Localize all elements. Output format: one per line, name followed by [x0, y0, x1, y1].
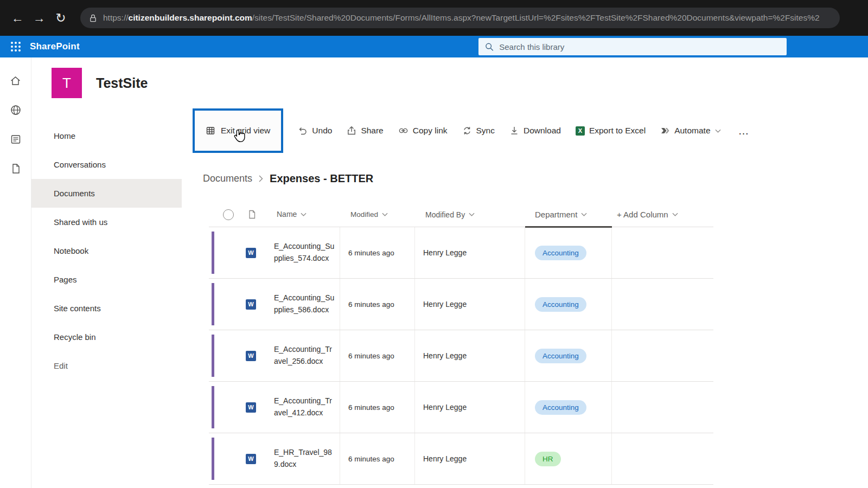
- column-header-name[interactable]: Name: [269, 202, 340, 227]
- download-icon: [509, 126, 519, 136]
- chevron-down-icon: [581, 213, 587, 216]
- file-name-cell[interactable]: E_Accounting_Travel_256.docx: [269, 330, 340, 381]
- automate-button[interactable]: Automate: [660, 126, 720, 136]
- department-pill[interactable]: Accounting: [535, 246, 586, 260]
- file-name-cell[interactable]: E_Accounting_Travel_412.docx: [269, 382, 340, 433]
- department-pill[interactable]: HR: [535, 452, 561, 466]
- download-label: Download: [524, 126, 561, 136]
- file-name-cell[interactable]: E_Accounting_Supplies_586.docx: [269, 279, 340, 330]
- forward-icon[interactable]: →: [28, 12, 50, 24]
- department-pill[interactable]: Accounting: [535, 349, 586, 363]
- sharepoint-brand[interactable]: SharePoint: [30, 41, 80, 52]
- chevron-down-icon: [715, 129, 721, 133]
- overflow-menu-button[interactable]: …: [738, 125, 750, 137]
- column-header-modified-by[interactable]: Modified By: [415, 202, 525, 227]
- row-edit-bar-cell: [209, 433, 216, 484]
- edit-indicator-bar: [212, 232, 214, 274]
- modified-by-cell: Henry Legge: [415, 227, 525, 278]
- sidebar-item-recycle-bin[interactable]: Recycle bin: [31, 323, 182, 351]
- file-type-cell: W: [216, 330, 269, 381]
- chevron-down-icon: [382, 213, 388, 216]
- chevron-down-icon: [301, 213, 307, 216]
- back-icon[interactable]: ←: [7, 12, 28, 24]
- file-name-cell[interactable]: E_Accounting_Supplies_574.docx: [269, 227, 340, 278]
- address-bar[interactable]: https://citizenbuilders.sharepoint.com/s…: [80, 8, 840, 28]
- table-row[interactable]: W E_Accounting_Supplies_574.docx 6 minut…: [209, 227, 713, 279]
- search-box[interactable]: [478, 38, 787, 55]
- column-header-department[interactable]: Department: [525, 202, 612, 227]
- modified-cell: 6 minutes ago: [340, 330, 415, 381]
- sidebar-item-shared-with-us[interactable]: Shared with us: [31, 208, 182, 236]
- sidebar-item-home[interactable]: Home: [31, 121, 182, 150]
- copy-link-button[interactable]: Copy link: [398, 126, 448, 136]
- file-type-cell: W: [216, 227, 269, 278]
- sync-button[interactable]: Sync: [462, 126, 495, 136]
- undo-icon: [298, 126, 308, 136]
- file-type-column-icon: [248, 210, 256, 219]
- row-edit-bar-cell: [209, 279, 216, 330]
- modified-cell: 6 minutes ago: [340, 433, 415, 484]
- department-pill[interactable]: Accounting: [535, 297, 586, 312]
- app-rail: [0, 57, 31, 488]
- download-button[interactable]: Download: [509, 126, 561, 136]
- automate-label: Automate: [674, 126, 710, 136]
- column-header-add-column[interactable]: + Add Column: [612, 202, 713, 227]
- sidebar-item-pages[interactable]: Pages: [31, 265, 182, 294]
- breadcrumb: Documents Expenses - BETTER: [203, 172, 868, 185]
- app-launcher-icon[interactable]: [10, 41, 22, 53]
- table-row[interactable]: W E_HR_Travel_989.docx 6 minutes ago Hen…: [209, 433, 713, 485]
- table-row[interactable]: W E_Accounting_Travel_412.docx 6 minutes…: [209, 382, 713, 433]
- copy-link-label: Copy link: [413, 126, 448, 136]
- news-icon[interactable]: [10, 133, 22, 145]
- modified-cell: 6 minutes ago: [340, 279, 415, 330]
- sidebar-item-documents[interactable]: Documents: [31, 179, 182, 208]
- site-logo[interactable]: T: [52, 68, 82, 98]
- modified-cell: 6 minutes ago: [340, 382, 415, 433]
- file-type-cell: W: [216, 279, 269, 330]
- department-cell: Accounting: [525, 227, 612, 278]
- export-to-excel-label: Export to Excel: [589, 126, 646, 136]
- add-column-cell: [612, 433, 713, 484]
- column-modified-by-label: Modified By: [425, 210, 465, 219]
- add-column-cell: [612, 382, 713, 433]
- chevron-down-icon: [469, 213, 475, 216]
- table-header: Name Modified Modified By: [209, 202, 713, 227]
- department-pill[interactable]: Accounting: [535, 400, 586, 415]
- sidebar-item-site-contents[interactable]: Site contents: [31, 294, 182, 323]
- undo-button[interactable]: Undo: [298, 126, 332, 136]
- automate-icon: [660, 126, 670, 136]
- file-type-cell: W: [216, 433, 269, 484]
- globe-icon[interactable]: [10, 104, 22, 116]
- word-file-icon: W: [246, 248, 256, 258]
- documents-table: Name Modified Modified By: [209, 202, 713, 485]
- edit-indicator-bar: [212, 438, 214, 480]
- table-row[interactable]: W E_Accounting_Travel_256.docx 6 minutes…: [209, 330, 713, 382]
- reload-icon[interactable]: ↻: [50, 12, 72, 24]
- exit-grid-view-button[interactable]: Exit grid view: [193, 108, 283, 153]
- header-select-column: [216, 202, 269, 227]
- add-column-cell: [612, 279, 713, 330]
- sidebar-item-conversations[interactable]: Conversations: [31, 150, 182, 179]
- department-cell: HR: [525, 433, 612, 484]
- sync-icon: [462, 126, 472, 136]
- site-title[interactable]: TestSite: [96, 75, 148, 91]
- search-input[interactable]: [499, 42, 780, 52]
- table-row[interactable]: W E_Accounting_Supplies_586.docx 6 minut…: [209, 279, 713, 330]
- sidebar-item-edit[interactable]: Edit: [31, 351, 182, 380]
- share-icon: [347, 126, 356, 136]
- modified-by-cell: Henry Legge: [415, 382, 525, 433]
- share-button[interactable]: Share: [347, 126, 383, 136]
- word-file-icon: W: [246, 351, 256, 361]
- breadcrumb-current: Expenses - BETTER: [270, 172, 373, 185]
- column-header-modified[interactable]: Modified: [340, 202, 415, 227]
- lock-icon: [89, 14, 97, 23]
- mouse-cursor-icon: [234, 129, 245, 143]
- file-name-cell[interactable]: E_HR_Travel_989.docx: [269, 433, 340, 484]
- select-all-checkbox[interactable]: [223, 209, 234, 220]
- document-icon[interactable]: [10, 163, 22, 175]
- breadcrumb-parent[interactable]: Documents: [203, 173, 252, 184]
- sidebar-item-notebook[interactable]: Notebook: [31, 236, 182, 265]
- export-to-excel-button[interactable]: X Export to Excel: [576, 126, 646, 136]
- undo-label: Undo: [312, 126, 332, 136]
- home-icon[interactable]: [9, 75, 22, 87]
